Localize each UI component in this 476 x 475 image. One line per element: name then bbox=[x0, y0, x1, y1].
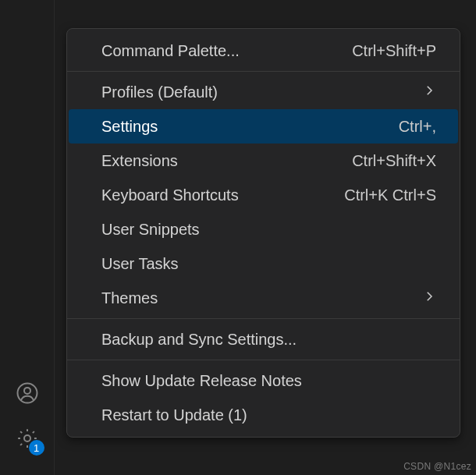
menu-separator bbox=[67, 71, 460, 72]
menu-label: Command Palette... bbox=[101, 42, 240, 60]
menu-separator bbox=[67, 360, 460, 360]
menu-label: Keyboard Shortcuts bbox=[101, 186, 239, 204]
menu-shortcut: Ctrl+Shift+X bbox=[352, 152, 436, 170]
menu-label: Settings bbox=[101, 118, 158, 136]
menu-label: Profiles (Default) bbox=[101, 83, 218, 101]
menu-item-release-notes[interactable]: Show Update Release Notes bbox=[67, 363, 460, 398]
menu-item-extensions[interactable]: Extensions Ctrl+Shift+X bbox=[67, 144, 460, 178]
chevron-right-icon bbox=[422, 83, 436, 101]
menu-item-user-tasks[interactable]: User Tasks bbox=[67, 246, 460, 281]
menu-shortcut: Ctrl+, bbox=[399, 118, 436, 136]
gear-icon[interactable]: 1 bbox=[12, 423, 43, 454]
menu-shortcut: Ctrl+Shift+P bbox=[352, 42, 436, 60]
menu-item-user-snippets[interactable]: User Snippets bbox=[67, 212, 460, 246]
manage-menu: Command Palette... Ctrl+Shift+P Profiles… bbox=[66, 28, 460, 438]
menu-item-keyboard-shortcuts[interactable]: Keyboard Shortcuts Ctrl+K Ctrl+S bbox=[67, 178, 460, 212]
menu-shortcut: Ctrl+K Ctrl+S bbox=[344, 186, 436, 204]
update-badge: 1 bbox=[29, 440, 44, 456]
menu-item-backup-sync[interactable]: Backup and Sync Settings... bbox=[67, 322, 460, 356]
menu-label: Backup and Sync Settings... bbox=[101, 331, 297, 349]
accounts-icon[interactable] bbox=[12, 378, 43, 409]
menu-item-themes[interactable]: Themes bbox=[67, 281, 460, 315]
chevron-right-icon bbox=[422, 289, 436, 307]
watermark-text: CSDN @N1cez bbox=[403, 461, 471, 472]
menu-label: Restart to Update (1) bbox=[101, 406, 247, 424]
menu-item-settings[interactable]: Settings Ctrl+, bbox=[69, 109, 458, 144]
svg-point-2 bbox=[24, 435, 30, 441]
menu-item-command-palette[interactable]: Command Palette... Ctrl+Shift+P bbox=[67, 34, 460, 68]
menu-label: User Tasks bbox=[101, 255, 179, 273]
menu-label: Show Update Release Notes bbox=[101, 372, 302, 390]
menu-separator bbox=[67, 318, 460, 319]
menu-item-profiles[interactable]: Profiles (Default) bbox=[67, 75, 460, 109]
menu-label: User Snippets bbox=[101, 221, 200, 239]
svg-point-1 bbox=[24, 388, 30, 394]
menu-item-restart-update[interactable]: Restart to Update (1) bbox=[67, 398, 460, 432]
menu-label: Extensions bbox=[101, 152, 178, 170]
activity-bar: 1 bbox=[0, 0, 55, 475]
menu-label: Themes bbox=[101, 289, 158, 307]
